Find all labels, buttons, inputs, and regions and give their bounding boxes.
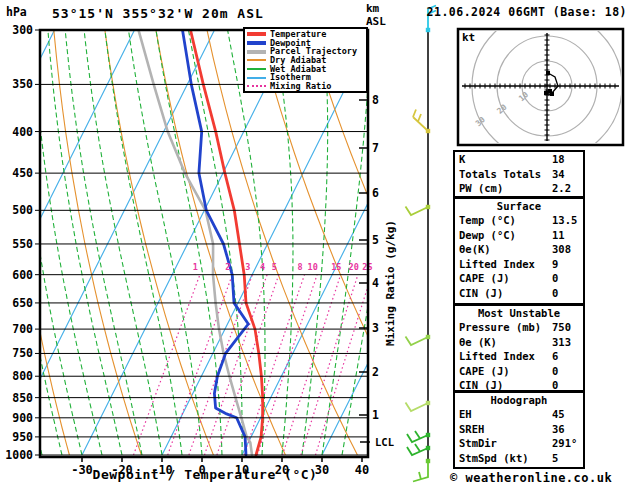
wind-barb-column (406, 6, 437, 482)
stat-label: K (459, 153, 465, 165)
stat-label: CAPE (J) (459, 365, 510, 377)
stat-label: CIN (J) (459, 287, 503, 299)
wind-barb (407, 431, 430, 442)
stat-label: Pressure (mb) (459, 321, 541, 333)
svg-text:10: 10 (517, 90, 530, 103)
svg-text:850: 850 (12, 391, 33, 405)
svg-text:900: 900 (12, 411, 33, 425)
stat-label: PW (cm) (459, 182, 503, 194)
svg-text:30: 30 (474, 115, 487, 128)
stat-row: StmSpd (kt)5 (455, 451, 583, 466)
hodograph-marker (544, 91, 548, 95)
pressure-axis-labels: 3003504004505005506006507007508008509009… (5, 23, 33, 462)
stat-value: 750 (552, 320, 571, 335)
svg-text:750: 750 (12, 346, 33, 360)
svg-text:700: 700 (12, 322, 33, 336)
stat-label: θe (K) (459, 336, 497, 348)
stat-label: CIN (J) (459, 379, 503, 391)
svg-text:4: 4 (260, 262, 265, 272)
x-axis-title: Dewpoint / Temperature (°C) (40, 467, 370, 482)
svg-text:1: 1 (372, 408, 379, 422)
svg-text:4: 4 (372, 276, 379, 290)
stat-row: CIN (J)0 (455, 286, 583, 301)
stat-label: Totals Totals (459, 168, 541, 180)
stat-row: Pressure (mb)750 (455, 320, 583, 335)
stats-hodograph-box: HodographEH45SREH36StmDir291°StmSpd (kt)… (453, 391, 585, 469)
stat-row: Dewp (°C)11 (455, 228, 583, 243)
svg-text:1: 1 (193, 262, 198, 272)
stat-row: K18 (455, 152, 583, 167)
asl-label: ASL (366, 15, 386, 28)
svg-text:10: 10 (308, 262, 318, 272)
svg-text:800: 800 (12, 369, 33, 383)
stat-value: 0 (552, 271, 558, 286)
stat-row: Lifted Index6 (455, 349, 583, 364)
stat-label: Dewp (°C) (459, 229, 516, 241)
svg-text:15: 15 (331, 262, 341, 272)
stat-label: StmDir (459, 437, 497, 449)
stat-value: 18 (552, 152, 565, 167)
legend-swatch-temperature (247, 32, 266, 36)
svg-text:350: 350 (12, 77, 33, 91)
wind-barb (406, 335, 431, 345)
stat-section-title: Hodograph (455, 393, 583, 407)
stat-row: θe(K)308 (455, 242, 583, 257)
hodograph: 102030 (462, 11, 622, 161)
legend-swatch-dewpoint (247, 41, 266, 45)
stat-row: PW (cm)2.2 (455, 181, 583, 196)
stat-value: 291° (552, 436, 577, 451)
stat-label: CAPE (J) (459, 272, 510, 284)
svg-text:6: 6 (372, 186, 379, 200)
svg-text:400: 400 (12, 125, 33, 139)
legend-swatch-wet-adiabat (247, 68, 266, 70)
lcl-label: LCL (375, 436, 394, 448)
stat-row: SREH36 (455, 422, 583, 437)
stat-value: 11 (552, 228, 565, 243)
svg-text:2: 2 (372, 365, 379, 379)
stat-row: Temp (°C)13.5 (455, 213, 583, 228)
stat-value: 13.5 (552, 213, 577, 228)
svg-text:1000: 1000 (5, 448, 33, 462)
site-credit: © weatheronline.co.uk (450, 471, 612, 485)
stat-section-title: Surface (455, 199, 583, 213)
stat-label: Lifted Index (459, 258, 535, 270)
wind-barb (413, 459, 430, 482)
stat-section-title: Most Unstable (455, 306, 583, 320)
svg-text:550: 550 (12, 237, 33, 251)
stat-label: Lifted Index (459, 350, 535, 362)
legend-swatch-isotherm (247, 77, 266, 79)
stat-value: 6 (552, 349, 558, 364)
wind-barb (407, 444, 430, 455)
stat-value: 9 (552, 257, 558, 272)
stats-indices-box: K18Totals Totals34PW (cm)2.2 (453, 150, 585, 198)
svg-text:8: 8 (372, 93, 379, 107)
svg-text:2: 2 (225, 262, 230, 272)
svg-text:650: 650 (12, 296, 33, 310)
svg-text:600: 600 (12, 268, 33, 282)
stat-label: θe(K) (459, 243, 491, 255)
svg-text:450: 450 (12, 166, 33, 180)
km-label: km (366, 2, 379, 15)
stat-value: 45 (552, 407, 565, 422)
stat-row: CAPE (J)0 (455, 271, 583, 286)
hodograph-unit-label: kt (462, 31, 475, 44)
stat-value: 2.2 (552, 181, 571, 196)
svg-text:20: 20 (349, 262, 359, 272)
stat-label: Temp (°C) (459, 214, 516, 226)
mixing-ratio-axis-label: Mixing Ratio (g/kg) (384, 220, 397, 346)
datetime-label: 21.06.2024 06GMT (Base: 18) (427, 5, 627, 19)
skewt-page: 1234581015202530035040045050055060065070… (0, 0, 629, 486)
svg-text:3: 3 (245, 262, 250, 272)
hodograph-marker (546, 71, 550, 75)
svg-text:5: 5 (272, 262, 277, 272)
svg-text:5: 5 (372, 233, 379, 247)
temperature-curve (191, 30, 263, 455)
wind-barb (406, 205, 431, 215)
svg-text:20: 20 (495, 102, 508, 115)
svg-text:7: 7 (372, 141, 379, 155)
legend: TemperatureDewpointParcel TrajectoryDry … (243, 27, 368, 93)
stat-value: 36 (552, 422, 565, 437)
altitude-axis-unit: kmASL (366, 2, 386, 28)
stat-row: CAPE (J)0 (455, 364, 583, 379)
stat-row: Totals Totals34 (455, 167, 583, 182)
